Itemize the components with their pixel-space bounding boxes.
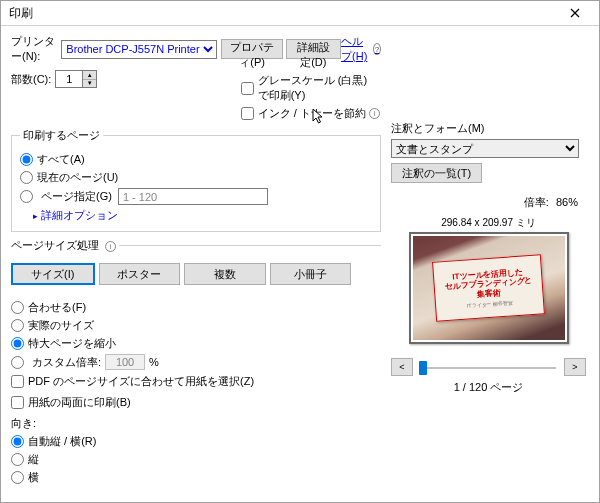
tab-multiple[interactable]: 複数 (184, 263, 266, 285)
preview-dimensions: 296.84 x 209.97 ミリ (391, 216, 586, 230)
info-icon[interactable]: i (369, 108, 380, 119)
pages-current-label: 現在のページ(U) (37, 170, 118, 185)
close-button[interactable] (555, 1, 595, 25)
tab-size[interactable]: サイズ(I) (11, 263, 95, 285)
pages-all-row[interactable]: すべて(A) (20, 152, 372, 167)
actual-radio[interactable] (11, 319, 24, 332)
actual-row[interactable]: 実際のサイズ (11, 318, 381, 333)
custom-label: カスタム倍率: (32, 355, 101, 370)
printer-label: プリンター(N): (11, 34, 57, 64)
forms-label: 注釈とフォーム(M) (391, 121, 586, 136)
help-icon: ? (373, 43, 381, 55)
pages-current-radio[interactable] (20, 171, 33, 184)
landscape-radio[interactable] (11, 471, 24, 484)
preview-area: ITツールを活用した セルフブランディングと 集客術 ITライター 柳谷智宣 (409, 232, 569, 344)
preview-sub: ITライター 柳谷智宣 (466, 299, 512, 308)
auto-orient-label: 自動縦 / 横(R) (28, 434, 96, 449)
landscape-label: 横 (28, 470, 39, 485)
tab-booklet[interactable]: 小冊子 (270, 263, 352, 285)
portrait-row[interactable]: 縦 (11, 452, 381, 467)
actual-label: 実際のサイズ (28, 318, 94, 333)
duplex-row[interactable]: 用紙の両面に印刷(B) (11, 395, 381, 410)
page-indicator: 1 / 120 ページ (391, 380, 586, 395)
page-sizing-group: ページサイズ処理 i サイズ(I) ポスター 複数 小冊子 合わせる(F) 実際… (11, 238, 381, 496)
custom-scale-input[interactable] (105, 354, 145, 370)
preview-card: ITツールを活用した セルフブランディングと 集客術 ITライター 柳谷智宣 (432, 254, 545, 322)
print-pages-group: 印刷するページ すべて(A) 現在のページ(U) ページ指定(G) 詳細オプショ… (11, 128, 381, 232)
copies-label: 部数(C): (11, 72, 51, 87)
scale-value: 86% (556, 196, 578, 208)
portrait-radio[interactable] (11, 453, 24, 466)
custom-radio[interactable] (11, 356, 24, 369)
auto-orient-row[interactable]: 自動縦 / 横(R) (11, 434, 381, 449)
printer-select[interactable]: Brother DCP-J557N Printer (61, 40, 217, 59)
pdf-size-label: PDF のページサイズに合わせて用紙を選択(Z) (28, 374, 254, 389)
orientation-label: 向き: (11, 416, 381, 431)
auto-orient-radio[interactable] (11, 435, 24, 448)
slider-track-line (421, 367, 556, 369)
preview-image: ITツールを活用した セルフブランディングと 集客術 ITライター 柳谷智宣 (413, 236, 565, 340)
pdf-size-row[interactable]: PDF のページサイズに合わせて用紙を選択(Z) (11, 374, 381, 389)
pages-range-label: ページ指定(G) (41, 189, 112, 204)
copies-up-button[interactable]: ▲ (83, 71, 96, 80)
pages-range-radio[interactable] (20, 190, 33, 203)
properties-button[interactable]: プロパティ(P) (221, 39, 283, 59)
fit-label: 合わせる(F) (28, 300, 86, 315)
fit-row[interactable]: 合わせる(F) (11, 300, 381, 315)
forms-select[interactable]: 文書とスタンプ (391, 139, 579, 158)
copies-down-button[interactable]: ▼ (83, 80, 96, 88)
fit-radio[interactable] (11, 301, 24, 314)
percent-label: % (149, 356, 159, 368)
pages-all-radio[interactable] (20, 153, 33, 166)
shrink-row[interactable]: 特大ページを縮小 (11, 336, 381, 351)
dialog-title: 印刷 (9, 5, 555, 22)
save-ink-checkbox[interactable] (241, 107, 254, 120)
advanced-options-toggle[interactable]: 詳細オプション (33, 208, 372, 223)
grayscale-label: グレースケール (白黒) で印刷(Y) (258, 73, 381, 103)
grayscale-checkbox[interactable] (241, 82, 254, 95)
save-ink-label: インク / トナーを節約 (258, 106, 366, 121)
pages-range-input[interactable] (118, 188, 268, 205)
pages-current-row[interactable]: 現在のページ(U) (20, 170, 372, 185)
print-pages-legend: 印刷するページ (20, 128, 103, 143)
save-ink-checkbox-row[interactable]: インク / トナーを節約 i (241, 106, 381, 121)
shrink-label: 特大ページを縮小 (28, 336, 116, 351)
annotation-list-button[interactable]: 注釈の一覧(T) (391, 163, 482, 183)
advanced-settings-button[interactable]: 詳細設定(D) (286, 39, 341, 59)
scale-label: 倍率: (524, 196, 549, 208)
page-slider[interactable] (417, 358, 560, 376)
shrink-radio[interactable] (11, 337, 24, 350)
close-icon (570, 8, 580, 18)
pdf-size-checkbox[interactable] (11, 375, 24, 388)
pages-all-label: すべて(A) (37, 152, 85, 167)
help-label: ヘルプ(H) (341, 34, 370, 64)
titlebar: 印刷 (1, 1, 599, 26)
grayscale-checkbox-row[interactable]: グレースケール (白黒) で印刷(Y) (241, 73, 381, 103)
info-icon[interactable]: i (105, 241, 116, 252)
slider-thumb[interactable] (419, 361, 427, 375)
duplex-checkbox[interactable] (11, 396, 24, 409)
preview-line: 集客術 (477, 288, 502, 299)
duplex-label: 用紙の両面に印刷(B) (28, 395, 131, 410)
next-page-button[interactable]: > (564, 358, 586, 376)
help-link[interactable]: ヘルプ(H) ? (341, 34, 381, 64)
copies-spinner[interactable]: ▲ ▼ (55, 70, 97, 88)
portrait-label: 縦 (28, 452, 39, 467)
prev-page-button[interactable]: < (391, 358, 413, 376)
tab-poster[interactable]: ポスター (99, 263, 181, 285)
copies-input[interactable] (55, 70, 83, 88)
page-sizing-legend: ページサイズ処理 i (11, 238, 119, 253)
landscape-row[interactable]: 横 (11, 470, 381, 485)
page-sizing-label: ページサイズ処理 (11, 239, 99, 251)
